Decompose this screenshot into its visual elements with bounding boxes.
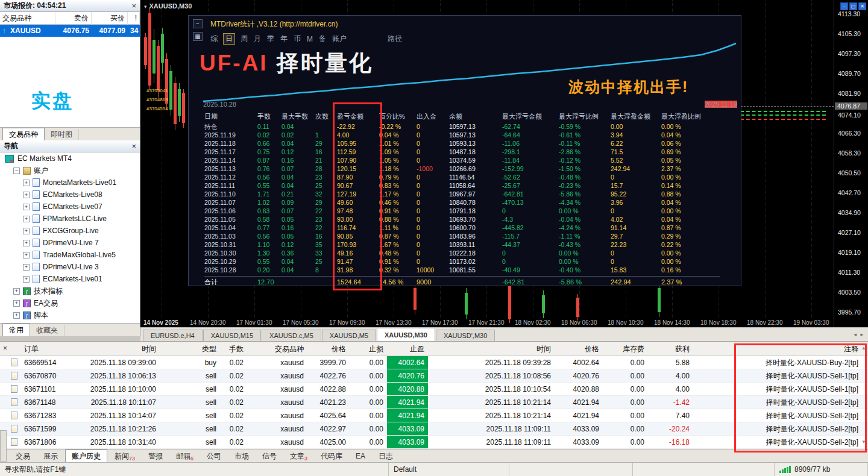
chart-symbol-title: ▾XAUUSD,M30	[144, 2, 192, 10]
navigator-account-item[interactable]: +DPrimeVU-Live 3	[0, 261, 140, 273]
stats-menu-item[interactable]: 账户	[332, 34, 347, 44]
panel-image-icon[interactable]: ▦	[193, 32, 203, 41]
scroll-up-icon[interactable]: ▲	[861, 345, 866, 351]
stats-menu-item[interactable]: 日	[224, 34, 234, 44]
column-symbol[interactable]: 交易品种	[0, 12, 55, 25]
connection-bars-icon	[779, 466, 791, 473]
close-icon[interactable]: ✕	[858, 2, 866, 10]
navigator-tab[interactable]: 收藏夹	[30, 325, 64, 336]
expand-plus-icon[interactable]: +	[23, 276, 30, 283]
expand-plus-icon[interactable]: +	[23, 264, 30, 271]
cell-pct: 0.88 %	[379, 215, 417, 224]
navigator-group-experts[interactable]: +ƒEA交易	[0, 297, 140, 309]
market-watch-tab[interactable]: 交易品种	[2, 128, 45, 140]
cell-lots: 0.02	[220, 383, 247, 395]
terminal-tab-新闻[interactable]: 新闻73	[108, 451, 141, 462]
expand-plus-icon[interactable]: +	[23, 228, 30, 234]
navigator-account-item[interactable]: +MonetaMarkets-Live01	[0, 177, 140, 189]
cell-max-fp-pct: 0.05 %	[661, 156, 712, 164]
cell-pnl: 90.85	[337, 232, 379, 240]
navigator-titlebar[interactable]: 导航 ×	[0, 140, 140, 152]
expand-plus-icon[interactable]: +	[23, 192, 30, 198]
terminal-tab-市场[interactable]: 市场	[228, 451, 255, 462]
symbol-row-xauusd[interactable]: ↑XAUUSD 4076.75 4077.09 34	[0, 25, 140, 37]
stats-menu-item[interactable]: 季	[267, 34, 274, 44]
collapse-minus-icon[interactable]: −	[13, 168, 20, 174]
expand-plus-icon[interactable]: +	[13, 288, 20, 295]
terminal-tab-交易[interactable]: 交易	[10, 451, 36, 462]
cell-inout: 0	[417, 181, 449, 190]
market-watch-titlebar[interactable]: 市场报价: 04:54:21 ×	[0, 0, 140, 12]
terminal-tab-EA[interactable]: EA	[350, 451, 371, 462]
stats-col-inout: 出入金	[417, 112, 449, 122]
chart-tab[interactable]: XAUUSD,M30	[377, 328, 435, 341]
navigator-group-indicators[interactable]: +ƒ技术指标	[0, 285, 140, 297]
scroll-down-icon[interactable]: ▼	[861, 439, 866, 445]
history-row[interactable]: 636715992025.11.18 10:21:26sell0.02xauus…	[0, 422, 868, 436]
expand-plus-icon[interactable]: +	[23, 180, 30, 186]
expand-plus-icon[interactable]: +	[13, 312, 20, 319]
terminal-tab-公司[interactable]: 公司	[201, 451, 227, 462]
navigator-group-scripts[interactable]: +ƒ脚本	[0, 309, 140, 321]
minimize-icon[interactable]: –	[840, 2, 848, 10]
expand-plus-icon[interactable]: +	[13, 300, 20, 307]
stats-menu-item[interactable]: 月	[254, 34, 261, 44]
close-icon[interactable]: ×	[3, 344, 7, 352]
history-row[interactable]: 636711482025.11.18 10:11:07sell0.02xauus…	[0, 396, 868, 409]
close-icon[interactable]: ×	[131, 142, 136, 150]
expand-plus-icon[interactable]: +	[23, 204, 30, 210]
history-row[interactable]: 636712832025.11.18 10:14:07sell0.02xauus…	[0, 409, 868, 422]
market-watch-tab[interactable]: 即时图	[45, 129, 79, 140]
cell-max-fp: 15.7	[611, 181, 661, 190]
navigator-account-item[interactable]: +ECMarkets-Live01	[0, 273, 140, 285]
history-row[interactable]: 636711012025.11.18 10:10:00sell0.02xauus…	[0, 383, 868, 396]
tab-scroll-icons[interactable]: ◂ ▸	[854, 331, 864, 337]
close-icon[interactable]: ×	[131, 2, 136, 10]
chart-tab[interactable]: XAUUSD',M30	[436, 330, 495, 341]
terminal-tab-展示[interactable]: 展示	[37, 451, 64, 462]
terminal-tab-账户历史[interactable]: 账户历史	[65, 449, 107, 462]
stats-menu-item[interactable]: 币	[294, 34, 301, 44]
stats-menu-item[interactable]: M	[307, 35, 313, 43]
stats-menu-item[interactable]: 备	[319, 34, 326, 44]
expand-plus-icon[interactable]: +	[23, 252, 30, 258]
terminal-tab-信号[interactable]: 信号	[256, 451, 283, 462]
navigator-account-item[interactable]: +FXCGGroup-Live	[0, 225, 140, 237]
navigator-group-accounts[interactable]: − 账户	[0, 164, 140, 177]
navigator-tab[interactable]: 常用	[2, 324, 30, 336]
stats-menu-path[interactable]: 路径	[388, 34, 402, 44]
navigator-account-item[interactable]: +ECMarkets-Live07	[0, 201, 140, 213]
navigator-account-item[interactable]: +TradeMaxGlobal-Live5	[0, 249, 140, 261]
panel-minimize-icon[interactable]: −	[193, 19, 203, 28]
terminal-tab-警报[interactable]: 警报	[142, 451, 169, 462]
chart-tab[interactable]: XAUUSD.c,M5	[262, 330, 321, 341]
stats-menu-item[interactable]: 周	[241, 34, 248, 44]
navigator-account-item[interactable]: +DPrimeVU-Live 7	[0, 237, 140, 249]
vertical-side-tab[interactable]	[0, 430, 7, 462]
chart-tab[interactable]: EURUSD.e,H4	[143, 330, 203, 341]
chart-tab[interactable]: XAUUSD,M15	[203, 330, 261, 341]
stats-menu-item[interactable]: 综	[210, 34, 218, 44]
column-bid[interactable]: 卖价	[55, 12, 92, 25]
history-row[interactable]: 636695142025.11.18 09:39:00buy0.02xauusd…	[0, 356, 868, 369]
expand-plus-icon[interactable]: +	[23, 240, 30, 246]
cell-max-dd-pct: -1.50 %	[559, 164, 611, 173]
column-ask[interactable]: 买价	[92, 12, 128, 25]
expand-plus-icon[interactable]: +	[23, 216, 30, 222]
terminal-tab-代码库[interactable]: 代码库	[315, 451, 348, 462]
restore-icon[interactable]: ▢	[849, 2, 857, 10]
chart-tab[interactable]: XAUUSD,M5	[322, 330, 376, 341]
terminal-tab-日志[interactable]: 日志	[373, 451, 399, 462]
navigator-root-server[interactable]: EC Markets MT4	[0, 152, 140, 164]
history-row[interactable]: 636718062025.11.18 10:31:40sell0.02xauus…	[0, 436, 868, 449]
stats-menu-item[interactable]: 年	[280, 34, 288, 44]
cell-balance: 10597.13	[449, 131, 502, 139]
status-profile[interactable]: Default	[389, 463, 509, 476]
terminal-tab-文章[interactable]: 文章3	[284, 451, 313, 462]
history-row[interactable]: 636708702025.11.18 10:06:13sell0.02xauus…	[0, 369, 868, 383]
navigator-account-item[interactable]: +ECMarkets-Live08	[0, 189, 140, 201]
navigator-account-item[interactable]: +FPMarketsLLC-Live	[0, 213, 140, 225]
column-spread[interactable]: !	[128, 12, 140, 25]
cell-tp: 4021.94	[387, 409, 428, 422]
terminal-tab-邮箱[interactable]: 邮箱6	[170, 451, 200, 462]
